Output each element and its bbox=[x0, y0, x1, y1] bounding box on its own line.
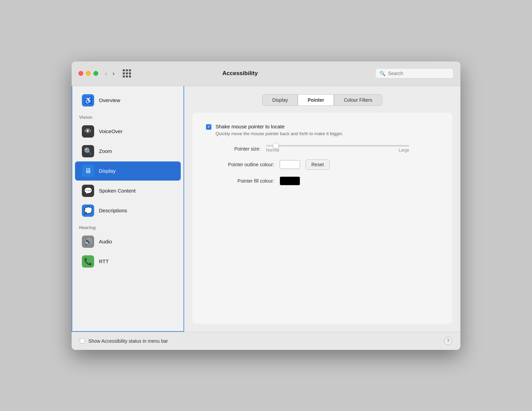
hearing-section-label: Hearing bbox=[72, 221, 183, 231]
rtt-icon: 📞 bbox=[82, 255, 94, 268]
descriptions-icon: 💭 bbox=[82, 204, 94, 217]
sidebar-item-zoom[interactable]: 🔍 Zoom bbox=[75, 142, 181, 161]
sidebar-item-label: RTT bbox=[99, 258, 109, 264]
sidebar-item-label: VoiceOver bbox=[99, 128, 122, 134]
pointer-size-row: Pointer size: Normal Large bbox=[206, 145, 439, 153]
titlebar: ‹ › Accessibility 🔍 bbox=[72, 61, 460, 86]
footer-checkbox-row: Show Accessibility status in menu bar bbox=[80, 338, 168, 344]
main-window: ‹ › Accessibility 🔍 ♿ Overview bbox=[72, 61, 460, 350]
slider-max-label: Large bbox=[399, 148, 409, 153]
tab-pointer[interactable]: Pointer bbox=[298, 94, 334, 106]
checkmark-icon: ✓ bbox=[207, 125, 210, 129]
search-box[interactable]: 🔍 bbox=[375, 68, 454, 79]
pointer-outline-label: Pointer outline colour: bbox=[206, 162, 274, 167]
back-button[interactable]: ‹ bbox=[104, 69, 108, 78]
shake-mouse-text: Shake mouse pointer to locate Quickly mo… bbox=[216, 124, 343, 137]
search-input[interactable] bbox=[388, 71, 449, 76]
close-button[interactable] bbox=[78, 71, 83, 76]
sidebar-item-label: Display bbox=[99, 168, 116, 174]
footer: Show Accessibility status in menu bar ? bbox=[72, 332, 460, 350]
slider-container: Normal Large bbox=[266, 145, 409, 153]
search-icon: 🔍 bbox=[380, 71, 385, 76]
spoken-content-icon: 💬 bbox=[82, 185, 94, 197]
pointer-fill-swatch[interactable] bbox=[280, 176, 300, 185]
colour-rows: Pointer outline colour: Reset Pointer fi… bbox=[206, 153, 439, 185]
sidebar-item-label: Zoom bbox=[99, 148, 112, 154]
main-content: Display Pointer Colour Filters ✓ Shake m… bbox=[184, 86, 460, 332]
audio-icon: 🔊 bbox=[82, 236, 94, 248]
sidebar-item-label: Audio bbox=[99, 239, 112, 244]
reset-button[interactable]: Reset bbox=[306, 159, 330, 170]
sidebar-item-spoken-content[interactable]: 💬 Spoken Content bbox=[75, 181, 181, 200]
overview-icon: ♿ bbox=[82, 94, 94, 107]
tab-display[interactable]: Display bbox=[262, 94, 298, 106]
sidebar-item-display[interactable]: 🖥 Display bbox=[75, 161, 181, 181]
vision-section-label: Vision bbox=[72, 111, 183, 121]
tabs-bar: Display Pointer Colour Filters bbox=[192, 94, 452, 106]
page-title: Accessibility bbox=[110, 70, 370, 77]
sidebar: ♿ Overview Vision 👁 VoiceOver 🔍 Zoom 🖥 D… bbox=[72, 86, 184, 332]
content-panel: ✓ Shake mouse pointer to locate Quickly … bbox=[192, 113, 452, 324]
sidebar-item-overview[interactable]: ♿ Overview bbox=[75, 91, 181, 110]
sidebar-item-label: Overview bbox=[99, 97, 120, 103]
sidebar-item-descriptions[interactable]: 💭 Descriptions bbox=[75, 201, 181, 220]
footer-label: Show Accessibility status in menu bar bbox=[88, 338, 168, 344]
pointer-fill-row: Pointer fill colour: bbox=[206, 176, 439, 185]
pointer-outline-swatch[interactable] bbox=[280, 160, 300, 169]
traffic-lights bbox=[78, 71, 98, 76]
help-button[interactable]: ? bbox=[444, 337, 452, 345]
window-body: ♿ Overview Vision 👁 VoiceOver 🔍 Zoom 🖥 D… bbox=[72, 86, 460, 332]
pointer-size-slider[interactable] bbox=[266, 145, 409, 146]
shake-mouse-title: Shake mouse pointer to locate bbox=[216, 124, 343, 129]
shake-mouse-checkbox[interactable]: ✓ bbox=[206, 124, 211, 130]
voiceover-icon: 👁 bbox=[82, 125, 94, 138]
maximize-button[interactable] bbox=[93, 71, 98, 76]
show-status-checkbox[interactable] bbox=[80, 338, 85, 343]
sidebar-item-audio[interactable]: 🔊 Audio bbox=[75, 232, 181, 251]
tab-colour-filters[interactable]: Colour Filters bbox=[334, 94, 382, 106]
display-icon: 🖥 bbox=[82, 165, 94, 177]
shake-mouse-row: ✓ Shake mouse pointer to locate Quickly … bbox=[206, 124, 439, 137]
pointer-size-label: Pointer size: bbox=[206, 146, 261, 152]
pointer-fill-label: Pointer fill colour: bbox=[206, 178, 274, 184]
sidebar-item-label: Descriptions bbox=[99, 208, 127, 213]
pointer-outline-row: Pointer outline colour: Reset bbox=[206, 159, 439, 170]
sidebar-item-voiceover[interactable]: 👁 VoiceOver bbox=[75, 122, 181, 141]
shake-mouse-desc: Quickly move the mouse pointer back and … bbox=[216, 131, 343, 137]
minimize-button[interactable] bbox=[86, 71, 91, 76]
zoom-icon: 🔍 bbox=[82, 145, 94, 157]
slider-labels: Normal Large bbox=[266, 148, 409, 153]
sidebar-item-rtt[interactable]: 📞 RTT bbox=[75, 252, 181, 271]
slider-min-label: Normal bbox=[266, 148, 279, 153]
sidebar-item-label: Spoken Content bbox=[99, 188, 136, 194]
